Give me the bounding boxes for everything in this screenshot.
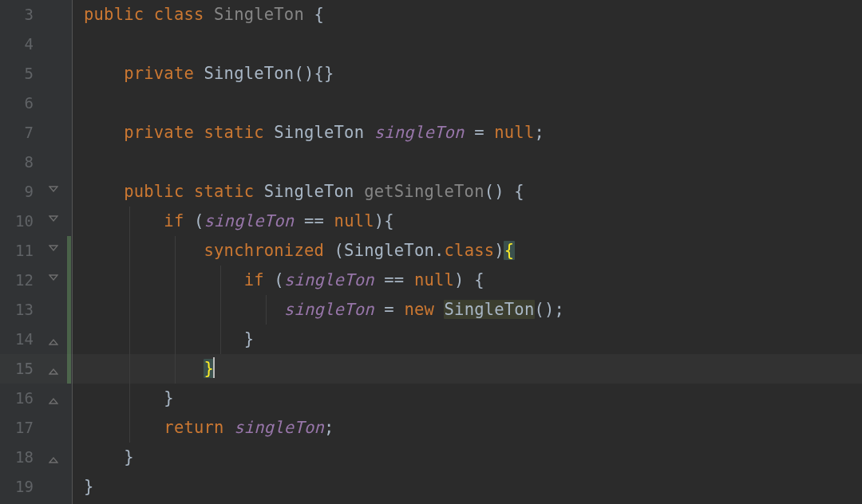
token-kw: class [154, 5, 214, 24]
token-id: SingleTon [264, 182, 364, 201]
fold-open-icon[interactable] [48, 242, 59, 254]
token-kw: private [124, 123, 204, 142]
line-number: 6 [0, 89, 45, 118]
token-id: SingleTon [274, 123, 374, 142]
token-brace: } [124, 447, 134, 467]
token-punct: = [374, 300, 405, 319]
line-number: 10 [0, 207, 45, 236]
indent-guide [129, 413, 130, 443]
token-punct: (){} [294, 64, 334, 83]
line-number: 3 [0, 0, 45, 30]
token-id: SingleTon [344, 241, 434, 260]
token-kw: class [445, 241, 495, 260]
token-kw: static [204, 123, 275, 142]
fold-close-icon[interactable] [48, 396, 59, 407]
code-line[interactable]: } [73, 472, 862, 502]
token-kw: null [334, 211, 374, 230]
code-line[interactable]: return singleTon; [73, 413, 862, 443]
token-kw: if [164, 211, 194, 230]
code-line[interactable]: } [73, 325, 862, 354]
fold-open-icon[interactable] [48, 272, 59, 283]
indent-whitespace [84, 388, 164, 408]
indent-whitespace [84, 182, 124, 201]
token-field: singleTon [284, 300, 374, 319]
line-number: 5 [0, 59, 45, 89]
line-number: 4 [0, 30, 45, 59]
token-punct: ) [494, 241, 504, 260]
code-line[interactable] [73, 30, 862, 59]
code-line[interactable]: if (singleTon == null) { [73, 266, 862, 295]
code-line[interactable]: private SingleTon(){} [73, 59, 862, 89]
code-line[interactable]: synchronized (SingleTon.class){ [73, 236, 862, 266]
line-number: 9 [0, 177, 45, 207]
token-punct: == [294, 211, 334, 230]
token-kw: private [124, 64, 204, 83]
indent-whitespace [84, 241, 204, 260]
line-number: 7 [0, 118, 45, 148]
token-punct: . [434, 241, 445, 260]
indent-whitespace [84, 64, 124, 83]
indent-guide [129, 325, 130, 354]
fold-open-icon[interactable] [48, 213, 59, 224]
token-field: singleTon [284, 270, 374, 289]
indent-guide [175, 266, 176, 295]
line-number: 13 [0, 295, 45, 325]
indent-whitespace [84, 300, 284, 319]
token-punct: ) { [454, 270, 484, 289]
token-kw: public [84, 5, 154, 24]
indent-guide [129, 384, 130, 413]
indent-whitespace [84, 418, 164, 437]
indent-guide [175, 325, 176, 354]
indent-guide [129, 207, 130, 236]
code-line[interactable]: if (singleTon == null){ [73, 207, 862, 236]
fold-close-icon[interactable] [48, 337, 59, 348]
line-number: 12 [0, 266, 45, 295]
indent-whitespace [84, 447, 124, 467]
code-editor[interactable]: 345678910111213141516171819 public class… [0, 0, 862, 504]
indent-guide [220, 295, 221, 325]
token-kw: new [404, 300, 444, 319]
indent-guide [129, 266, 130, 295]
token-brace: } [164, 388, 174, 408]
code-line[interactable]: private static SingleTon singleTon = nul… [73, 118, 862, 148]
token-kw: if [244, 270, 275, 289]
token-id: SingleTon [204, 64, 295, 83]
code-line[interactable]: public class SingleTon { [73, 0, 862, 30]
token-kw: return [164, 418, 234, 437]
token-punct: ( [334, 241, 345, 260]
line-number: 16 [0, 384, 45, 413]
indent-guide [129, 354, 130, 384]
fold-gutter[interactable] [45, 0, 67, 504]
code-line[interactable]: singleTon = new SingleTon(); [73, 295, 862, 325]
line-number: 11 [0, 236, 45, 266]
token-punct: ){ [374, 211, 394, 230]
line-number: 19 [0, 472, 45, 502]
token-hl-brace: { [504, 241, 516, 260]
fold-open-icon[interactable] [48, 183, 59, 195]
indent-guide [129, 236, 130, 266]
token-brace: } [244, 329, 255, 348]
code-line[interactable]: } [73, 443, 862, 472]
code-line[interactable]: public static SingleTon getSingleTon() { [73, 177, 862, 207]
indent-whitespace [84, 359, 204, 378]
token-punct: () { [484, 182, 524, 201]
indent-whitespace [84, 211, 164, 230]
code-line[interactable]: } [73, 384, 862, 413]
line-number-gutter: 345678910111213141516171819 [0, 0, 45, 504]
indent-guide [175, 236, 176, 266]
line-number: 8 [0, 148, 45, 177]
token-punct: (); [534, 300, 564, 319]
token-punct: ( [274, 270, 284, 289]
indent-guide [220, 266, 221, 295]
code-area[interactable]: public class SingleTon { private SingleT… [73, 0, 862, 504]
indent-guide [129, 295, 130, 325]
code-line[interactable] [73, 89, 862, 118]
token-field: singleTon [234, 418, 324, 437]
token-kw: static [194, 182, 264, 201]
code-line[interactable]: } [73, 354, 862, 384]
indent-whitespace [84, 123, 124, 142]
token-punct: ( [194, 211, 204, 230]
fold-close-icon[interactable] [48, 455, 59, 466]
code-line[interactable] [73, 148, 862, 177]
token-hl-word: SingleTon [444, 300, 536, 319]
